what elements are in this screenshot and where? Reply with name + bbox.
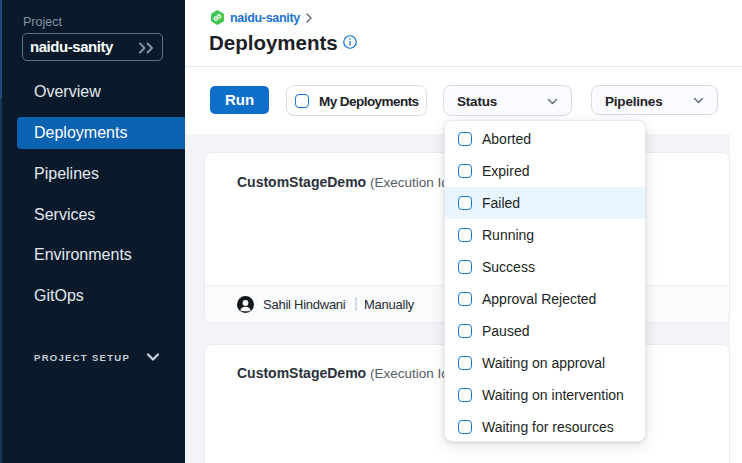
- svg-text:∞: ∞: [210, 10, 225, 25]
